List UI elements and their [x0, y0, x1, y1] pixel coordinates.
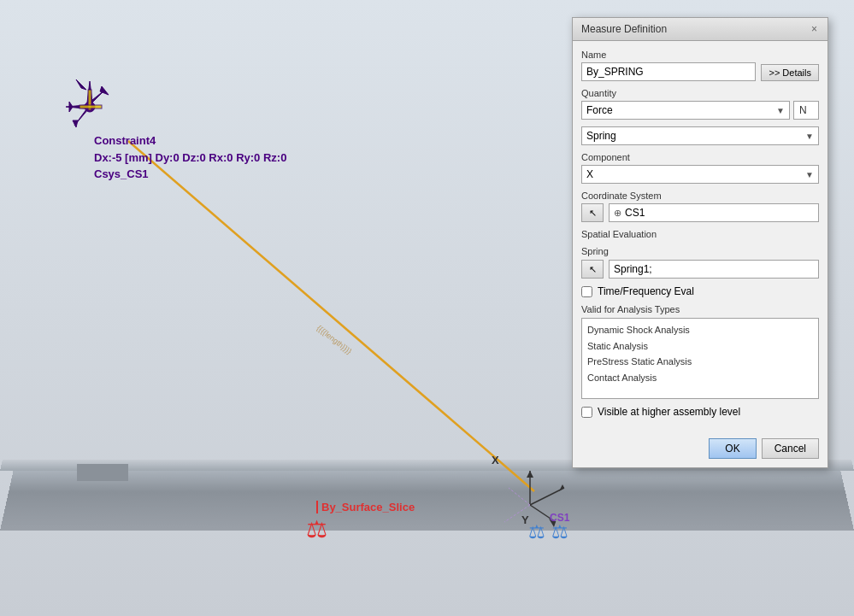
measure-definition-dialog: Measure Definition × Name >> Details Qua…	[572, 17, 828, 468]
quantity-value: Force	[586, 104, 613, 116]
svg-rect-12	[80, 105, 102, 109]
spring-picker-row: ↖	[581, 260, 819, 279]
analysis-types-box: Dynamic Shock AnalysisStatic AnalysisPre…	[581, 318, 819, 399]
svg-text:{{{{length}}}}: {{{{length}}}}	[315, 324, 353, 356]
quantity-label: Quantity	[581, 88, 819, 98]
component-label: Component	[581, 152, 819, 162]
cs-coord-icon: ⊕	[614, 208, 621, 219]
constraint-csys: Csys_CS1	[94, 167, 149, 180]
svg-line-19	[504, 505, 530, 522]
svg-line-0	[128, 141, 534, 491]
name-field-wrapper: Name	[581, 50, 756, 81]
details-btn-wrapper: >> Details	[761, 50, 819, 81]
coord-system-row: Coordinate System ↖ ⊕ CS1	[581, 191, 819, 222]
quantity-select[interactable]: Force ▼	[581, 101, 790, 120]
quantity-row: Quantity Force ▼ N Spring ▼	[581, 88, 819, 145]
spatial-eval-label: Spatial Evaluation	[581, 229, 819, 239]
svg-marker-9	[73, 120, 78, 127]
quantity-dropdown-arrow: ▼	[776, 106, 785, 115]
quantity-type-value: Spring	[586, 130, 616, 142]
dialog-title: Measure Definition	[581, 23, 667, 35]
valid-analysis-label: Valid for Analysis Types	[581, 304, 819, 314]
svg-line-20	[509, 488, 530, 505]
time-freq-checkbox[interactable]	[581, 286, 592, 297]
cs-picker-row: ↖ ⊕ CS1	[581, 203, 819, 222]
analysis-type-1: Dynamic Shock Analysis	[587, 322, 813, 338]
name-label: Name	[581, 50, 756, 60]
svg-line-13	[530, 488, 564, 505]
analysis-type-3: PreStress Static Analysis	[587, 354, 813, 370]
quantity-type-arrow: ▼	[805, 132, 814, 141]
analysis-types-row: Valid for Analysis Types Dynamic Shock A…	[581, 304, 819, 399]
svg-marker-3	[76, 79, 86, 90]
constraint-details: Dx:-5 [mm] Dy:0 Dz:0 Rx:0 Ry:0 Rz:0	[94, 151, 286, 164]
spring-picker-button[interactable]: ↖	[581, 260, 604, 279]
dialog-footer: OK Cancel	[573, 433, 827, 467]
balance-icon-blue-2: ⚖	[551, 521, 568, 543]
visible-assembly-row: Visible at higher assembly level	[581, 406, 819, 418]
dialog-body: Name >> Details Quantity Force ▼ N Sprin…	[573, 41, 827, 433]
svg-marker-7	[69, 102, 73, 112]
svg-marker-18	[527, 471, 533, 478]
ok-button[interactable]: OK	[709, 438, 756, 459]
surface-slice-label: By_Surface_Slice	[316, 501, 415, 513]
component-select[interactable]: X ▼	[581, 165, 819, 184]
name-input[interactable]	[581, 62, 756, 81]
analysis-type-4: Contact Analysis	[587, 370, 813, 386]
coord-system-label: Coordinate System	[581, 191, 819, 201]
visible-assembly-checkbox[interactable]	[581, 407, 592, 418]
svg-marker-14	[559, 484, 564, 491]
cs1-label: CS1	[550, 512, 569, 524]
dialog-titlebar: Measure Definition ×	[573, 18, 827, 41]
spatial-eval-row: Spatial Evaluation	[581, 229, 819, 239]
dialog-close-button[interactable]: ×	[810, 23, 819, 35]
constraint-annotation: Constraint4 Dx:-5 [mm] Dy:0 Dz:0 Rx:0 Ry…	[94, 132, 286, 183]
spring-label: Spring	[581, 246, 819, 256]
balance-icon-blue-1: ⚖	[528, 521, 545, 543]
spring-row: Spring ↖	[581, 246, 819, 279]
cs-picker-button[interactable]: ↖	[581, 203, 604, 222]
time-freq-row: Time/Frequency Eval	[581, 285, 819, 297]
component-value: X	[586, 168, 593, 180]
cs-name: CS1	[625, 207, 645, 219]
quantity-type-select[interactable]: Spring ▼	[581, 126, 819, 145]
cs-value-display: ⊕ CS1	[609, 203, 819, 222]
constraint-name: Constraint4	[94, 134, 156, 147]
details-button[interactable]: >> Details	[761, 64, 819, 81]
rail-notch	[77, 464, 128, 481]
cancel-button[interactable]: Cancel	[762, 438, 819, 459]
time-freq-label: Time/Frequency Eval	[598, 285, 694, 297]
balance-icon-red: ⚖	[306, 515, 327, 543]
quantity-inline: Force ▼ N	[581, 101, 819, 120]
visible-assembly-label: Visible at higher assembly level	[598, 406, 740, 418]
component-row: Component X ▼	[581, 152, 819, 184]
name-row: Name >> Details	[581, 50, 819, 81]
component-arrow: ▼	[805, 170, 814, 179]
analysis-type-2: Static Analysis	[587, 338, 813, 355]
unit-label: N	[793, 101, 819, 120]
spring-value-input[interactable]	[609, 260, 819, 279]
